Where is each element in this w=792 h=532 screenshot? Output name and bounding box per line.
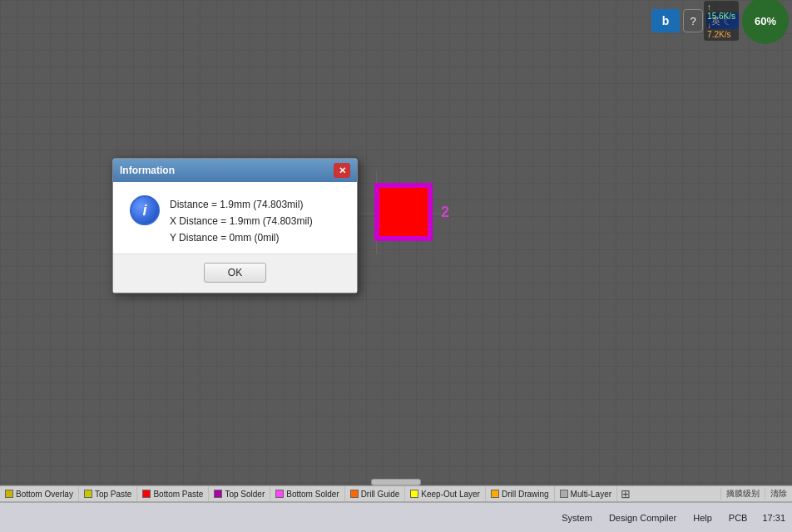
dialog-body: i Distance = 1.9mm (74.803mil) X Distanc… (113, 182, 357, 254)
network-percent: 60% (755, 15, 776, 27)
dialog-messages: Distance = 1.9mm (74.803mil) X Distance … (170, 195, 313, 244)
taskbar-top-right: b ? 英 ☾ ↑ 15.6K/s ↓ 7.2K/s 60% (651, 0, 792, 42)
bing-label: b (662, 14, 670, 27)
speed-up: ↑ 15.6K/s (707, 2, 735, 21)
help-widget[interactable]: ? (683, 9, 703, 32)
dialog-title: Information (120, 165, 175, 176)
help-label: ? (690, 15, 695, 27)
network-widget: 60% (742, 0, 789, 44)
dialog-message-2: X Distance = 1.9mm (74.803mil) (170, 215, 313, 227)
speed-down: ↓ 7.2K/s (707, 21, 735, 39)
dialog-info-row: i Distance = 1.9mm (74.803mil) X Distanc… (130, 195, 340, 244)
dialog-message-3: Y Distance = 0mm (0mil) (170, 232, 313, 244)
dialog-close-button[interactable]: ✕ (334, 163, 350, 178)
information-dialog: Information ✕ i Distance = 1.9mm (74.803… (112, 158, 358, 293)
network-speeds: ↑ 15.6K/s ↓ 7.2K/s (704, 1, 739, 41)
bing-widget[interactable]: b (651, 9, 680, 32)
dialog-titlebar: Information ✕ (113, 159, 357, 182)
dialog-overlay: Information ✕ i Distance = 1.9mm (74.803… (0, 0, 792, 532)
ok-button[interactable]: OK (204, 263, 266, 283)
info-icon: i (130, 195, 160, 225)
dialog-footer: OK (113, 254, 357, 293)
dialog-message-1: Distance = 1.9mm (74.803mil) (170, 199, 313, 210)
